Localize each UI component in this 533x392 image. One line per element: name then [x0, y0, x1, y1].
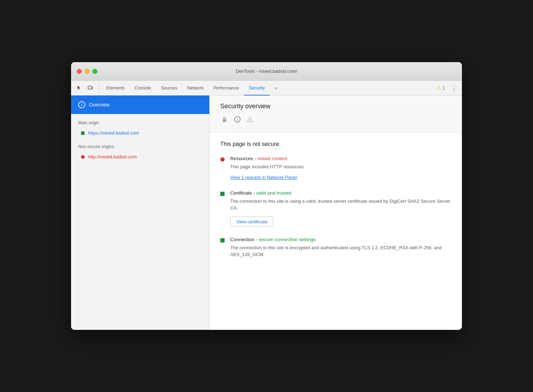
security-item-connection: Connection - secure connection settings … [220, 237, 451, 262]
close-button[interactable] [77, 69, 82, 74]
device-icon[interactable] [85, 83, 95, 93]
lock-icon[interactable] [220, 115, 229, 124]
security-overview-header: Security overview i [210, 96, 462, 132]
indicator-arrow [221, 129, 227, 132]
window-controls [77, 69, 97, 74]
overview-label: Overview [89, 102, 109, 108]
sidebar: i Overview Main origin https://mixed.bad… [71, 96, 210, 330]
view-network-panel-link[interactable]: View 1 request in Network Panel [230, 175, 297, 180]
more-menu-button[interactable]: ⋮ [449, 83, 459, 93]
toolbar-right: ⚠ 1 ⋮ [435, 83, 459, 93]
tab-network[interactable]: Network [182, 81, 209, 96]
insecure-origin-indicator [81, 155, 85, 159]
certificate-description: The connection to this site is using a v… [230, 198, 451, 212]
non-secure-origin-item[interactable]: http://mixed.badssl.com [71, 152, 209, 162]
security-overview-title: Security overview [220, 103, 451, 110]
certificate-status-square [220, 192, 225, 196]
svg-rect-0 [88, 86, 92, 89]
certificate-title: Certificate - valid and trusted [230, 190, 451, 196]
resources-item-body: Resources - mixed content This page incl… [230, 156, 451, 180]
main-panel: Security overview i [210, 96, 462, 330]
main-origin-item[interactable]: https://mixed.badssl.com [71, 128, 209, 138]
certificate-item-body: Certificate - valid and trusted The conn… [230, 190, 451, 227]
info-icon[interactable]: i [233, 115, 242, 124]
connection-status-square [220, 238, 225, 243]
devtools-toolbar: Elements Console Sources Network Perform… [71, 81, 462, 96]
resources-status-dot [220, 157, 225, 162]
tab-security[interactable]: Security [244, 81, 270, 96]
warning-triangle-icon[interactable]: ! [246, 115, 254, 124]
security-content: This page is not secure. Resources - mix… [210, 132, 462, 280]
main-origin-label: Main origin [71, 114, 209, 128]
secure-origin-indicator [81, 131, 85, 135]
tab-elements[interactable]: Elements [101, 81, 130, 96]
title-bar: DevTools - mixed.badssl.com/ [71, 62, 462, 81]
non-secure-origins-label: Non-secure origins [71, 138, 209, 152]
main-origin-link[interactable]: https://mixed.badssl.com [88, 130, 139, 136]
resources-description: This page includes HTTP resources. [230, 163, 451, 170]
svg-rect-2 [223, 119, 226, 122]
security-item-resources: Resources - mixed content This page incl… [220, 156, 451, 180]
connection-item-body: Connection - secure connection settings … [230, 237, 451, 262]
sidebar-overview-item[interactable]: i Overview [71, 96, 209, 114]
non-secure-origin-link[interactable]: http://mixed.badssl.com [88, 154, 137, 159]
security-icons-row: i ! [220, 115, 451, 128]
devtools-body: i Overview Main origin https://mixed.bad… [71, 96, 462, 330]
tab-sources[interactable]: Sources [156, 81, 182, 96]
resources-title: Resources - mixed content [230, 156, 451, 161]
connection-title: Connection - secure connection settings [230, 237, 451, 242]
view-certificate-button[interactable]: View certificate [230, 217, 273, 227]
minimize-button[interactable] [85, 69, 90, 74]
svg-rect-1 [92, 87, 93, 89]
page-status: This page is not secure. [220, 141, 451, 147]
toolbar-icons-group [74, 83, 99, 93]
cursor-icon[interactable] [74, 83, 84, 93]
more-tabs-button[interactable]: » [270, 81, 282, 96]
info-circle-icon: i [78, 101, 85, 108]
svg-text:!: ! [250, 118, 251, 122]
maximize-button[interactable] [92, 69, 97, 74]
connection-description: The connection to this site is encrypted… [230, 244, 451, 258]
devtools-window: DevTools - mixed.badssl.com/ Elements Co… [71, 62, 462, 330]
warning-badge[interactable]: ⚠ 1 [435, 84, 447, 92]
svg-text:i: i [237, 118, 238, 122]
tab-console[interactable]: Console [130, 81, 156, 96]
tab-performance[interactable]: Performance [209, 81, 244, 96]
window-title: DevTools - mixed.badssl.com/ [236, 69, 297, 74]
warning-icon: ⚠ [437, 85, 441, 91]
security-item-certificate: Certificate - valid and trusted The conn… [220, 190, 451, 227]
